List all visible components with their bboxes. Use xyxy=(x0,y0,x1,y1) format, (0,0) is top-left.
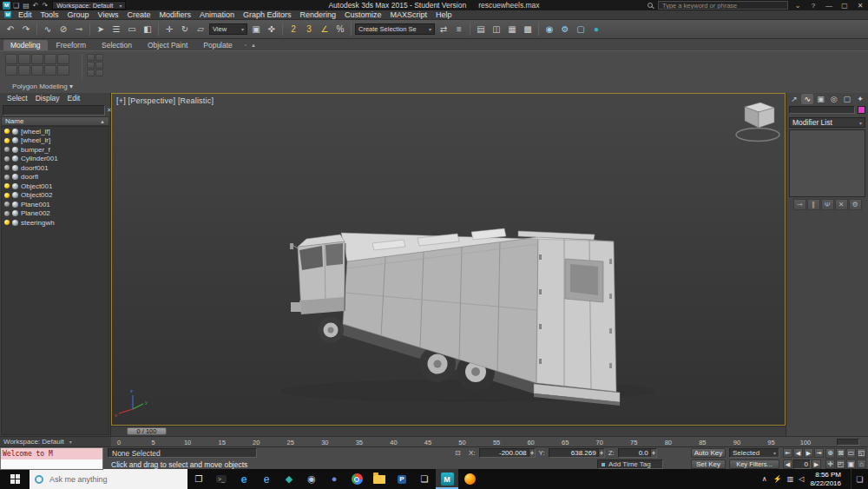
ribbon-button[interactable] xyxy=(57,54,69,64)
viewport-label[interactable]: [+] [Perspective] [Realistic] xyxy=(116,96,214,105)
auto-key-button[interactable]: Auto Key xyxy=(691,448,726,458)
maxscript-mini-listener[interactable]: Welcome to M xyxy=(0,447,103,470)
undo-icon[interactable]: ↶ xyxy=(3,23,17,36)
timeline-ruler[interactable]: 0510152025303540455055606570758085909510… xyxy=(111,436,868,446)
power-tray-icon[interactable]: ⚡ xyxy=(773,475,782,483)
front-wheel[interactable] xyxy=(318,317,344,343)
ribbon-button[interactable] xyxy=(18,65,30,76)
taskbar-app-firefox[interactable] xyxy=(458,469,481,489)
show-end-result-button[interactable]: ∥ xyxy=(807,199,820,210)
taskbar-clock[interactable]: 8:56 PM 8/22/2016 xyxy=(810,471,841,488)
visibility-bulb-icon[interactable] xyxy=(4,220,10,225)
graphite-ribbon-toggle-icon[interactable]: ◫ xyxy=(490,23,503,36)
ribbon-button[interactable] xyxy=(95,62,103,69)
taskbar-app-edge[interactable]: e xyxy=(233,469,255,489)
add-time-tag[interactable]: Add Time Tag xyxy=(597,459,663,469)
taskbar-app-3ds-max[interactable]: M xyxy=(436,469,458,489)
menu-item-maxscript[interactable]: MAXScript xyxy=(386,10,432,19)
viewport-canvas[interactable]: x y z xyxy=(112,94,785,425)
object-name-field[interactable] xyxy=(789,106,855,114)
scene-object-row[interactable]: Object002 xyxy=(2,191,108,201)
select-and-scale-icon[interactable]: ▱ xyxy=(194,23,207,36)
taskbar-app-file-explorer[interactable] xyxy=(368,469,391,489)
ribbon-tab-modeling[interactable]: Modeling xyxy=(3,40,48,50)
key-filters-button[interactable]: Key Filters... xyxy=(729,459,779,469)
next-frame-button[interactable]: ▶ xyxy=(812,459,821,469)
spinner-arrows[interactable] xyxy=(650,449,656,457)
taskbar-app-internet-explorer[interactable]: e xyxy=(255,469,278,489)
viewcube[interactable] xyxy=(736,102,779,142)
menu-item-edit[interactable]: Edit xyxy=(14,10,36,19)
action-center-button[interactable]: ❏ xyxy=(851,469,868,489)
snap-2d-icon[interactable]: 2 xyxy=(286,23,300,36)
use-pivot-center-icon[interactable]: ▣ xyxy=(249,23,263,36)
zoom-button[interactable]: ⊕ xyxy=(825,448,835,459)
scene-object-row[interactable]: doorfl xyxy=(2,173,108,182)
select-object-icon[interactable]: ➤ xyxy=(94,23,108,36)
truck-model[interactable] xyxy=(290,228,620,406)
ribbon-button[interactable] xyxy=(31,54,43,64)
menu-item-views[interactable]: Views xyxy=(94,10,123,19)
timeline-end-box[interactable] xyxy=(837,439,859,446)
scene-menu-display[interactable]: Display xyxy=(32,94,63,102)
taskbar-app-command-prompt[interactable]: >_ xyxy=(210,469,233,489)
named-selection-sets-dropdown[interactable]: Create Selection Se▾ xyxy=(355,23,435,35)
taskbar-app-photos[interactable]: ❏ xyxy=(413,469,436,489)
zoom-extents-button[interactable]: ▭ xyxy=(846,448,856,459)
zoom-all-button[interactable]: ⊠ xyxy=(836,448,845,459)
minimize-button[interactable]: — xyxy=(823,2,835,10)
curve-editor-icon[interactable]: ▦ xyxy=(505,23,519,36)
tray-chevron-icon[interactable]: ∧ xyxy=(762,475,767,483)
z-coordinate-field[interactable]: 0.0 xyxy=(618,448,657,458)
select-and-manipulate-icon[interactable]: ✜ xyxy=(265,23,279,36)
go-to-end-button[interactable]: ⇥ xyxy=(814,448,824,458)
maximize-button[interactable]: ▢ xyxy=(838,2,851,10)
visibility-bulb-icon[interactable] xyxy=(4,211,10,216)
tab-create[interactable]: ↗ xyxy=(788,94,800,104)
menu-item-animation[interactable]: Animation xyxy=(195,10,239,19)
make-unique-button[interactable]: Ψ xyxy=(821,199,834,210)
orbit-button[interactable]: ◰ xyxy=(836,459,845,470)
scene-menu-edit[interactable]: Edit xyxy=(64,94,84,102)
menu-item-tools[interactable]: Tools xyxy=(36,10,63,19)
cortana-search[interactable] xyxy=(30,469,187,489)
selection-lock-icon[interactable]: ⊡ xyxy=(455,449,461,457)
visibility-bulb-icon[interactable] xyxy=(4,138,10,143)
spinner-arrows[interactable] xyxy=(598,449,604,457)
network-tray-icon[interactable]: ▥ xyxy=(787,475,794,483)
menu-item-rendering[interactable]: Rendering xyxy=(296,10,341,19)
menu-item-graph-editors[interactable]: Graph Editors xyxy=(239,10,296,19)
configure-modifier-sets-button[interactable]: ⚙ xyxy=(849,199,862,210)
open-file-icon[interactable]: ▤ xyxy=(23,2,30,10)
scene-object-row[interactable]: Plane001 xyxy=(2,200,108,209)
close-button[interactable]: ✕ xyxy=(854,2,866,10)
tab-hierarchy[interactable]: ▣ xyxy=(814,94,826,104)
render-production-icon[interactable]: ● xyxy=(589,23,603,36)
visibility-bulb-icon[interactable] xyxy=(4,175,10,180)
previous-frame-button[interactable]: ◀ xyxy=(793,448,803,458)
material-editor-icon[interactable]: ◉ xyxy=(542,23,556,36)
bind-to-spacewarp-icon[interactable]: ⊸ xyxy=(72,23,86,36)
scene-object-row[interactable]: bumper_f xyxy=(2,145,108,155)
zoom-extents-all-button[interactable]: ⌂ xyxy=(857,459,866,470)
ribbon-button[interactable] xyxy=(95,69,103,76)
visibility-bulb-icon[interactable] xyxy=(4,156,10,162)
ribbon-button[interactable] xyxy=(87,54,95,61)
maximize-viewport-toggle-button[interactable]: ▣ xyxy=(846,459,856,470)
ribbon-button[interactable] xyxy=(5,65,17,76)
go-to-start-button[interactable]: ⇤ xyxy=(783,448,792,458)
scene-object-row[interactable]: [wheel_lf] xyxy=(2,127,108,136)
redo-icon[interactable]: ↷ xyxy=(19,23,33,36)
keyword-search-input[interactable] xyxy=(658,1,788,10)
scene-object-row[interactable]: Plane002 xyxy=(2,209,108,219)
task-view-button[interactable]: ❐ xyxy=(187,469,210,489)
snap-3d-icon[interactable]: 3 xyxy=(302,23,316,36)
mirror-icon[interactable]: ⇄ xyxy=(437,23,450,36)
ribbon-button[interactable] xyxy=(87,69,95,76)
spinner-arrows[interactable] xyxy=(529,449,535,457)
rendered-frame-window-icon[interactable]: ▢ xyxy=(574,23,588,36)
menu-item-help[interactable]: Help xyxy=(431,10,457,19)
scene-object-row[interactable]: Object001 xyxy=(2,182,108,191)
scene-object-row[interactable]: doorf001 xyxy=(2,163,108,173)
y-coordinate-field[interactable]: 638.269 xyxy=(549,448,605,458)
